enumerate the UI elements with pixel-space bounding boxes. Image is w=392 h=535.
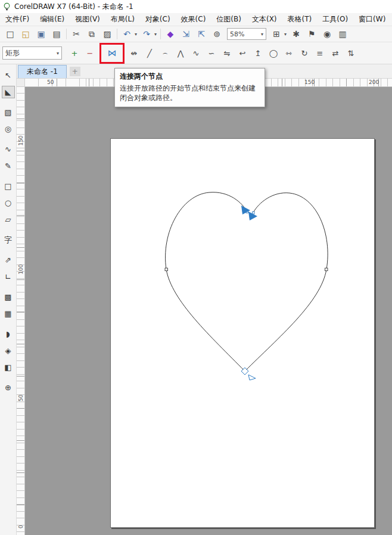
save-icon[interactable]: ▣: [33, 27, 49, 41]
align-nodes-icon[interactable]: ≡: [312, 46, 328, 60]
vertical-ruler[interactable]: 150 100 50 0: [17, 87, 25, 535]
cut-icon[interactable]: ✂: [69, 27, 84, 41]
document-tab[interactable]: 未命名 -1: [18, 65, 67, 78]
shape-tool-cursor-icon: [248, 375, 256, 380]
document-page[interactable]: [110, 138, 375, 528]
close-curve-icon[interactable]: ◯: [266, 46, 281, 60]
extract-subpath-icon[interactable]: ↥: [250, 46, 266, 60]
polygon-tool[interactable]: ▱: [2, 213, 15, 226]
convert-to-curve-icon[interactable]: ⌢: [157, 46, 173, 60]
menu-table[interactable]: 表格(T): [282, 13, 318, 26]
pick-tool[interactable]: ↖: [2, 69, 15, 82]
search-content-icon[interactable]: ⊚: [209, 27, 225, 41]
artistic-media-tool[interactable]: ✎: [2, 160, 15, 172]
title-bar: CorelDRAW X7 (64-Bit) - 未命名 -1: [0, 0, 392, 13]
undo-dropdown-icon[interactable]: ▾: [133, 27, 139, 41]
convert-to-line-icon[interactable]: ╱: [142, 46, 157, 60]
snap-to-dropdown-icon[interactable]: ▾: [282, 27, 288, 41]
add-node-icon[interactable]: +: [67, 46, 82, 60]
ruler-label: 50: [18, 389, 24, 407]
copy-icon[interactable]: ⧉: [84, 27, 99, 41]
selection-mode-value: 矩形: [5, 48, 20, 58]
break-curve-icon[interactable]: ↮: [126, 46, 142, 60]
rectangle-tool[interactable]: □: [2, 180, 15, 192]
drawing-canvas[interactable]: [25, 87, 392, 535]
highlight-box: ⋈: [99, 43, 125, 64]
show-hide-icon[interactable]: ▥: [335, 27, 350, 41]
document-tab-label: 未命名 -1: [27, 67, 58, 77]
curve-end-node[interactable]: [253, 212, 255, 214]
menu-text[interactable]: 文本(X): [247, 13, 282, 26]
import-icon[interactable]: ⇲: [178, 27, 194, 41]
reverse-direction-icon[interactable]: ⇋: [219, 46, 235, 60]
menu-file[interactable]: 文件(F): [0, 13, 35, 26]
full-screen-preview-icon[interactable]: ◉: [319, 27, 335, 41]
open-icon[interactable]: ◱: [18, 27, 33, 41]
heart-left-path[interactable]: [166, 192, 247, 371]
join-two-nodes-icon[interactable]: ⋈: [104, 46, 120, 60]
heart-curve[interactable]: [111, 139, 375, 528]
freehand-tool[interactable]: ∿: [2, 143, 15, 155]
customize-toolbox-button[interactable]: ⊕: [2, 381, 15, 394]
reflect-horizontal-icon[interactable]: ⇄: [328, 46, 343, 60]
color-eyedropper-tool[interactable]: ◗: [2, 328, 15, 340]
menu-bitmaps[interactable]: 位图(B): [211, 13, 247, 26]
stretch-nodes-icon[interactable]: ⇿: [281, 46, 297, 60]
extend-curve-to-close-icon[interactable]: ↩: [235, 46, 250, 60]
connector-tool[interactable]: ∟: [2, 270, 15, 283]
tooltip: 连接两个节点 连接开放路径的开始节点和结束节点来创建闭合对象或路径。: [114, 68, 265, 107]
curve-node-left[interactable]: [165, 268, 168, 271]
heart-right-path[interactable]: [245, 193, 328, 371]
reflect-vertical-icon[interactable]: ⇅: [343, 46, 359, 60]
new-document-icon[interactable]: □: [2, 27, 18, 41]
curve-node-right[interactable]: [325, 268, 328, 271]
plus-icon: +: [72, 67, 78, 76]
toolbox: ↖ ◣ ▧ ◎ ∿ ✎ □ ○ ▱ 字 ⇗ ∟ ▩ ▦ ◗ ◈ ◧ ⊕: [0, 64, 17, 535]
toolbar-separator: [66, 29, 67, 39]
menu-effects[interactable]: 效果(C): [176, 13, 211, 26]
crop-tool[interactable]: ▧: [2, 106, 15, 119]
ruler-label: 100: [18, 260, 24, 278]
interactive-fill-tool[interactable]: ◈: [2, 344, 15, 357]
menu-edit[interactable]: 编辑(E): [35, 13, 70, 26]
ruler-label: 50: [46, 79, 54, 85]
menu-bar: 文件(F) 编辑(E) 视图(V) 布局(L) 对象(C) 效果(C) 位图(B…: [0, 13, 392, 26]
smooth-node-icon[interactable]: ∿: [188, 46, 204, 60]
toolbar-separator: [160, 29, 161, 39]
shape-tool[interactable]: ◣: [2, 86, 15, 98]
menu-layout[interactable]: 布局(L): [105, 13, 140, 26]
export-icon[interactable]: ⇱: [194, 27, 209, 41]
menu-view[interactable]: 视图(V): [70, 13, 105, 26]
toolbar-separator: [117, 29, 117, 39]
ruler-label: 150: [18, 132, 24, 150]
paste-icon[interactable]: ▨: [99, 27, 115, 41]
zoom-level-combobox[interactable]: 58% ▾: [227, 28, 266, 40]
smart-fill-tool[interactable]: ◧: [2, 361, 15, 374]
new-document-tab-button[interactable]: +: [70, 67, 80, 76]
drop-shadow-tool[interactable]: ▩: [2, 291, 15, 303]
menu-object[interactable]: 对象(C): [140, 13, 176, 26]
print-icon[interactable]: ▤: [49, 27, 64, 41]
redo-dropdown-icon[interactable]: ▾: [153, 27, 158, 41]
ruler-label: 0: [18, 518, 24, 535]
welcome-screen-icon[interactable]: ⚑: [304, 27, 319, 41]
dimension-tool[interactable]: ⇗: [2, 254, 15, 266]
text-tool[interactable]: 字: [2, 234, 15, 246]
application-launcher-icon[interactable]: ◆: [163, 27, 178, 41]
delete-node-icon[interactable]: −: [82, 46, 98, 60]
ruler-origin[interactable]: [17, 79, 25, 87]
selection-mode-combobox[interactable]: 矩形 ▾: [2, 46, 62, 60]
cusp-node-icon[interactable]: ⋀: [173, 46, 188, 60]
ruler-label: 150: [303, 79, 315, 85]
rotate-skew-nodes-icon[interactable]: ↻: [297, 46, 312, 60]
menu-tools[interactable]: 工具(O): [317, 13, 353, 26]
window-title: CorelDRAW X7 (64-Bit) - 未命名 -1: [14, 2, 133, 12]
transparency-tool[interactable]: ▦: [2, 307, 15, 320]
zoom-tool[interactable]: ◎: [2, 123, 15, 135]
chevron-down-icon: ▾: [57, 51, 59, 56]
options-icon[interactable]: ✱: [288, 27, 304, 41]
symmetrical-node-icon[interactable]: ∽: [204, 46, 219, 60]
menu-window[interactable]: 窗口(W): [353, 13, 391, 26]
ellipse-tool[interactable]: ○: [2, 197, 15, 209]
standard-toolbar: □ ◱ ▣ ▤ ✂ ⧉ ▨ ↶ ▾ ↷ ▾ ◆ ⇲ ⇱ ⊚ 58% ▾ ⊞ ▾ …: [0, 26, 392, 42]
